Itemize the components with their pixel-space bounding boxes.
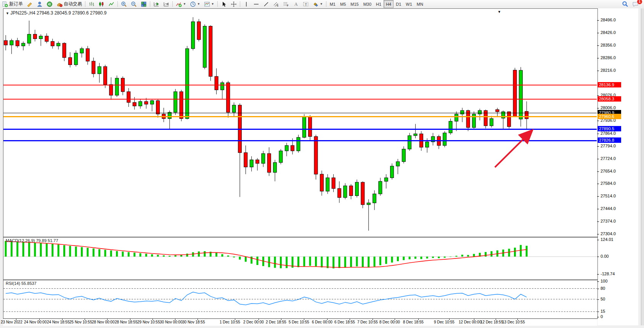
zoom-out-button[interactable] bbox=[129, 0, 139, 8]
timeframe-d1-button[interactable]: D1 bbox=[393, 0, 403, 8]
new-order-button[interactable]: 新订单 bbox=[0, 0, 25, 8]
templates-button[interactable]: ▼ bbox=[202, 0, 216, 8]
time-tick-label: 5 Dec 10:55 bbox=[289, 320, 309, 324]
price-tick-label: 28356.0 bbox=[601, 43, 616, 47]
chart-ohlc-title: ▼ JPN225-,H4 27946.3 28045.9 27890.6 279… bbox=[6, 10, 107, 16]
arrows-tool-button[interactable]: ▼ bbox=[311, 0, 325, 8]
bull-candle bbox=[27, 34, 31, 43]
trendline-tool-button[interactable] bbox=[261, 0, 271, 8]
toolbar-separator bbox=[217, 1, 218, 7]
bar-chart-button[interactable] bbox=[87, 0, 96, 8]
time-tick-label: 29 Nov 10:55 bbox=[137, 320, 160, 324]
fibonacci-icon: F bbox=[283, 1, 289, 7]
time-tick-label: 9 Dec 10:55 bbox=[434, 320, 454, 324]
text-tool-button[interactable]: A bbox=[291, 0, 301, 8]
horizontal-line-tool-button[interactable] bbox=[251, 0, 261, 8]
main-chart-panel[interactable]: ▼ JPN225-,H4 27946.3 28045.9 27890.6 279… bbox=[3, 8, 598, 237]
profile-button[interactable] bbox=[35, 0, 45, 8]
rsi-tick-mark bbox=[597, 299, 599, 300]
line-chart-button[interactable] bbox=[106, 0, 116, 8]
chart-shift-button[interactable] bbox=[161, 0, 171, 8]
price-tick-mark bbox=[597, 58, 599, 58]
timeframe-w1-button[interactable]: W1 bbox=[403, 0, 414, 8]
equidistant-channel-tool-button[interactable]: E bbox=[271, 0, 281, 8]
chat-button[interactable]: 1 bbox=[630, 0, 641, 8]
main-toolbar: 新订单 自动交易 ▼ ▼ bbox=[0, 0, 644, 8]
price-axis[interactable]: 28496.028426.028356.028286.028216.028076… bbox=[597, 8, 641, 326]
candlestick-chart-button[interactable] bbox=[96, 0, 106, 8]
bear-candle bbox=[180, 92, 183, 118]
horizontal-line-icon bbox=[253, 1, 259, 7]
periods-button[interactable]: ▼ bbox=[188, 0, 202, 8]
zoom-in-button[interactable] bbox=[119, 0, 129, 8]
price-line-badge: 28136.9 bbox=[597, 82, 621, 87]
chart-symbol-period: JPN225-,H4 bbox=[10, 10, 35, 16]
window-scrollbar[interactable] bbox=[641, 8, 644, 325]
auto-trading-button[interactable]: 自动交易 bbox=[55, 0, 84, 8]
price-tick-label: 28216.0 bbox=[601, 68, 616, 73]
timeframe-m30-button[interactable]: M30 bbox=[361, 0, 374, 8]
chart-menu-caret-icon[interactable]: ▼ bbox=[498, 10, 501, 14]
bull-candle bbox=[379, 181, 382, 194]
bull-candle bbox=[326, 178, 329, 191]
text-label-tool-button[interactable]: T bbox=[301, 0, 311, 8]
rsi-tick-label: 0 bbox=[601, 314, 603, 319]
price-tick-label: 27444.0 bbox=[601, 206, 616, 211]
metaeditor-button[interactable] bbox=[25, 0, 35, 8]
chart-collapse-icon[interactable]: ▼ bbox=[6, 11, 9, 15]
time-tick-label: 8 Dec 18:55 bbox=[403, 320, 424, 324]
cursor-tool-button[interactable] bbox=[219, 0, 229, 8]
bear-candle bbox=[256, 160, 259, 163]
rsi-label: RSI(14) 55.8537 bbox=[6, 281, 37, 286]
bull-candle bbox=[185, 48, 189, 118]
search-button[interactable] bbox=[620, 0, 630, 8]
timeframe-mn-button[interactable]: MN bbox=[414, 0, 426, 8]
price-tick-label: 27724.0 bbox=[601, 156, 616, 161]
signals-button[interactable] bbox=[45, 0, 55, 8]
vertical-line-tool-button[interactable] bbox=[241, 0, 251, 8]
metaeditor-icon bbox=[27, 1, 33, 7]
macd-tick-mark bbox=[597, 257, 599, 257]
bull-candle bbox=[344, 186, 347, 198]
bear-candle bbox=[513, 70, 517, 116]
macd-canvas bbox=[3, 238, 597, 279]
arrows-dropdown-caret-icon: ▼ bbox=[320, 3, 323, 6]
time-axis[interactable]: 23 Nov 202224 Nov 00:0024 Nov 18:5525 No… bbox=[3, 318, 597, 326]
bull-candle bbox=[519, 70, 522, 119]
fibonacci-tool-button[interactable]: F bbox=[281, 0, 291, 8]
price-tick-mark bbox=[597, 20, 599, 21]
timeframe-m15-button[interactable]: M15 bbox=[348, 0, 361, 8]
text-label-icon: T bbox=[303, 1, 309, 7]
bull-candle bbox=[302, 117, 306, 137]
timeframe-h4-button[interactable]: H4 bbox=[384, 0, 393, 8]
toolbar-separator bbox=[172, 1, 173, 7]
svg-text:T: T bbox=[305, 2, 307, 6]
main-chart-canvas[interactable] bbox=[3, 9, 597, 236]
rsi-panel[interactable]: RSI(14) 55.8537 bbox=[3, 280, 598, 319]
bear-candle bbox=[337, 189, 341, 197]
bear-candle bbox=[291, 145, 294, 151]
bear-candle bbox=[127, 92, 130, 102]
auto-scroll-button[interactable] bbox=[151, 0, 161, 8]
price-tick-label: 27374.0 bbox=[601, 219, 616, 223]
vertical-line-icon bbox=[243, 1, 249, 7]
tile-windows-button[interactable] bbox=[139, 0, 149, 8]
timeframe-m5-button[interactable]: M5 bbox=[338, 0, 348, 8]
timeframe-m1-button[interactable]: M1 bbox=[328, 0, 338, 8]
crosshair-tool-button[interactable] bbox=[229, 0, 239, 8]
bear-candle bbox=[145, 102, 148, 104]
macd-signal-line bbox=[6, 241, 527, 267]
timeframe-h1-button[interactable]: H1 bbox=[374, 0, 384, 8]
indicators-button[interactable]: ▼ bbox=[174, 0, 188, 8]
rsi-tick-mark bbox=[597, 289, 599, 289]
macd-panel[interactable]: MACD(12,26,9) 79.89 51.77 bbox=[3, 237, 598, 280]
bull-candle bbox=[414, 134, 417, 136]
time-tick-label: 23 Nov 2022 bbox=[1, 320, 22, 324]
bear-candle bbox=[133, 102, 136, 106]
price-tick-label: 27304.0 bbox=[601, 231, 616, 236]
toolbar-separator bbox=[150, 1, 150, 7]
annotation-arrow[interactable] bbox=[495, 132, 530, 167]
bear-candle bbox=[349, 186, 353, 196]
indicators-icon bbox=[176, 1, 182, 7]
bull-candle bbox=[501, 112, 505, 118]
